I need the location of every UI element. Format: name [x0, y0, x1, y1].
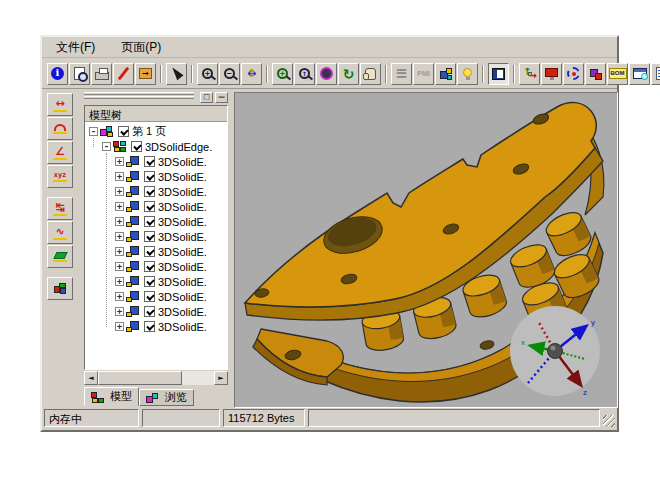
print-preview-button[interactable]	[69, 63, 90, 85]
expand-icon[interactable]: +	[115, 247, 124, 256]
expand-icon[interactable]: +	[115, 262, 124, 271]
zoom-in-button[interactable]: +	[197, 63, 218, 85]
viewport[interactable]: y z x	[234, 92, 618, 408]
measure-curve-button[interactable]: ∿	[47, 221, 73, 244]
tree-assembly-label: 3DSolidEdge.	[145, 141, 212, 153]
tree-item-label: 3DSolidE.	[158, 276, 207, 288]
measure-volume-icon	[54, 283, 67, 294]
part-checkbox[interactable]	[144, 156, 155, 167]
resize-grip[interactable]	[603, 415, 615, 427]
print-button[interactable]	[91, 63, 112, 85]
zoom-dynamic-button[interactable]: ↑	[294, 63, 315, 85]
tree-item-label: 3DSolidE.	[158, 261, 207, 273]
expand-icon[interactable]: +	[115, 307, 124, 316]
part-icon	[126, 230, 141, 243]
expand-icon[interactable]: +	[115, 322, 124, 331]
measure-radius-button[interactable]	[47, 117, 73, 140]
pmi-icon: PMI	[417, 70, 429, 78]
expand-icon[interactable]: +	[115, 187, 124, 196]
status-memory: 内存中	[44, 409, 139, 427]
rotate-view-button[interactable]	[316, 63, 337, 85]
markup-save-button[interactable]: →	[135, 63, 156, 85]
app-window: 文件(F) 页面(P) i → + − ↔↕ + ↑ ↻ ≡ PMI ↑	[40, 35, 619, 432]
tree-item-label: 3DSolidE.	[158, 201, 207, 213]
measure-gap-button[interactable]: ↹	[47, 197, 73, 220]
info-button[interactable]: i	[47, 63, 68, 85]
tab-model[interactable]: 模型	[84, 387, 139, 406]
layers-button[interactable]: ≡	[391, 63, 412, 85]
zoom-out-button[interactable]: −	[219, 63, 240, 85]
select-button[interactable]	[166, 63, 187, 85]
part-checkbox[interactable]	[144, 171, 155, 182]
panel-hide-button[interactable]: —	[215, 92, 228, 103]
main-toolbar: i → + − ↔↕ + ↑ ↻ ≡ PMI ↑→	[42, 59, 617, 89]
collapse-icon[interactable]: -	[102, 142, 111, 151]
measure-curve-icon: ∿	[53, 226, 67, 240]
structure-button[interactable]	[651, 63, 660, 85]
panel-toggle-button[interactable]	[488, 63, 509, 85]
panel-gripper[interactable]: □ —	[84, 92, 228, 103]
expand-icon[interactable]: +	[115, 292, 124, 301]
tree-horizontal-scrollbar[interactable]: ◄ ►	[84, 371, 228, 385]
scroll-left-arrow[interactable]: ◄	[84, 371, 98, 385]
part-icon	[126, 290, 141, 303]
expand-icon[interactable]: +	[115, 172, 124, 181]
assembly-checkbox[interactable]	[131, 141, 142, 152]
scroll-right-arrow[interactable]: ►	[214, 371, 228, 385]
light-button[interactable]	[457, 63, 478, 85]
toolbar-separator	[266, 65, 268, 83]
panel-float-button[interactable]: □	[200, 92, 213, 103]
part-checkbox[interactable]	[144, 321, 155, 332]
print-icon	[95, 72, 109, 80]
part-checkbox[interactable]	[144, 201, 155, 212]
markup-pen-icon	[118, 67, 130, 81]
tree-assembly-row[interactable]: - 3DSolidEdge.	[85, 139, 227, 154]
part-checkbox[interactable]	[144, 306, 155, 317]
menu-file[interactable]: 文件(F)	[56, 39, 95, 56]
browse-tab-icon	[146, 392, 159, 404]
expand-icon[interactable]: +	[115, 277, 124, 286]
measure-gap-icon: ↹	[53, 202, 67, 216]
viewpoint-button[interactable]	[541, 63, 562, 85]
part-checkbox[interactable]	[144, 276, 155, 287]
scrollbar-thumb[interactable]	[98, 371, 182, 385]
tab-browse[interactable]: 浏览	[139, 389, 194, 406]
measure-angle-button[interactable]: ∠	[47, 141, 73, 164]
pmi-button[interactable]: PMI	[413, 63, 434, 85]
refresh-spin-button[interactable]: ↻	[338, 63, 359, 85]
part-checkbox[interactable]	[144, 231, 155, 242]
part-icon	[126, 275, 141, 288]
part-checkbox[interactable]	[144, 186, 155, 197]
part-checkbox[interactable]	[144, 216, 155, 227]
rotate-view-icon	[320, 67, 333, 80]
tree-root-row[interactable]: - 第 1 页	[85, 124, 227, 139]
pan-icon: ↔↕	[244, 66, 259, 81]
bom-button[interactable]: BOM	[607, 63, 628, 85]
report-button[interactable]	[629, 63, 650, 85]
root-checkbox[interactable]	[118, 126, 129, 137]
collapse-icon[interactable]: -	[89, 127, 98, 136]
expand-icon[interactable]: +	[115, 202, 124, 211]
explode-button[interactable]	[585, 63, 606, 85]
expand-icon[interactable]: +	[115, 157, 124, 166]
expand-icon[interactable]: +	[115, 232, 124, 241]
shaded-view-button[interactable]	[435, 63, 456, 85]
measure-coordinate-button[interactable]: xyz	[47, 165, 73, 188]
animation-button[interactable]	[563, 63, 584, 85]
markup-pen-button[interactable]	[113, 63, 134, 85]
part-checkbox[interactable]	[144, 261, 155, 272]
measure-area-icon	[53, 252, 67, 262]
menu-page[interactable]: 页面(P)	[121, 39, 161, 56]
part-checkbox[interactable]	[144, 246, 155, 257]
expand-icon[interactable]: +	[115, 217, 124, 226]
transform-button[interactable]: ↑→	[519, 63, 540, 85]
measure-volume-button[interactable]	[47, 277, 73, 300]
zoom-window-button[interactable]: +	[272, 63, 293, 85]
tree-item-label: 3DSolidE.	[158, 246, 207, 258]
pan-hand-button[interactable]	[360, 63, 381, 85]
measure-area-button[interactable]	[47, 245, 73, 268]
axis-x-label: x	[521, 338, 525, 347]
pan-button[interactable]: ↔↕	[241, 63, 262, 85]
part-checkbox[interactable]	[144, 291, 155, 302]
measure-distance-button[interactable]: ↔	[47, 93, 73, 116]
